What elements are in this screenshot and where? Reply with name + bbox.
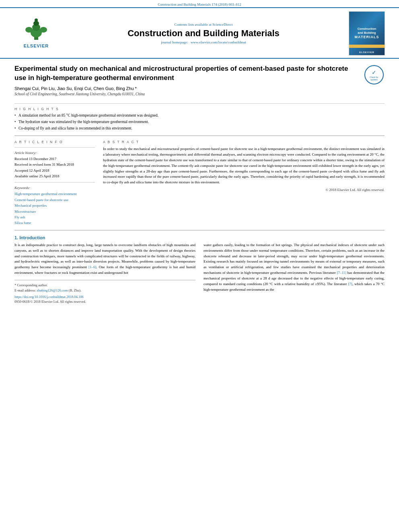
check-badge-circle: ✓ Check forupdates: [364, 65, 384, 84]
history-label: Article history:: [14, 151, 95, 155]
journal-homepage: journal homepage: www.elsevier.com/locat…: [60, 40, 347, 44]
journal-header: ELSEVIER Contents lists available at Sci…: [0, 7, 399, 59]
divider-1: [14, 103, 385, 104]
keyword-6: Silica fume: [14, 220, 95, 226]
article-info-label: A R T I C L E I N F O: [14, 140, 95, 144]
journal-cover-image: Construction and Building MATERIALS ELSE…: [347, 11, 387, 55]
svg-point-5: [40, 27, 47, 33]
introduction-body: It is an indispensable practice to const…: [14, 242, 385, 304]
accepted-date: Accepted 12 April 2018: [14, 168, 95, 173]
journal-top-bar: Construction and Building Materials 174 …: [0, 0, 399, 7]
badge-text: Check forupdates: [370, 76, 378, 81]
highlight-item-2: The hydration state was stimulated by th…: [14, 119, 385, 125]
keyword-1: High-temperature geothermal environment: [14, 191, 95, 197]
page: Construction and Building Materials 174 …: [0, 0, 399, 532]
elsevier-tree-icon: [20, 18, 52, 43]
article-dates: Received 13 December 2017 Received in re…: [14, 156, 95, 179]
article-info-abstract: A R T I C L E I N F O Article history: R…: [14, 140, 385, 226]
divider-info-1: [14, 147, 95, 148]
homepage-url[interactable]: www.elsevier.com/locate/conbuildmat: [191, 40, 246, 44]
keyword-2: Cement-based paste for shotcrete use: [14, 197, 95, 203]
abstract-label: A B S T R A C T: [103, 140, 385, 144]
contents-line: Contents lists available at ScienceDirec…: [60, 23, 347, 27]
ref-link-7-11[interactable]: [7–11]: [337, 271, 346, 275]
article-title-text: Experimental study on mechanical and mic…: [14, 64, 358, 99]
journal-title: Construction and Building Materials: [60, 28, 347, 39]
keyword-3: Mechanical properties: [14, 203, 95, 208]
journal-header-center: Contents lists available at ScienceDirec…: [60, 23, 347, 44]
journal-cover-box: Construction and Building MATERIALS ELSE…: [349, 11, 385, 55]
intro-col-right: water gathers easily, leading to the for…: [204, 242, 385, 304]
cover-bottom-text: ELSEVIER: [359, 51, 374, 53]
contents-available-text: Contents lists available at: [175, 23, 212, 27]
highlight-item-1: A simulation method for an 85 °C high-te…: [14, 113, 385, 118]
received-date: Received 13 December 2017: [14, 156, 95, 162]
highlights-section: H I G H L I G H T S A simulation method …: [14, 107, 385, 131]
corresponding-author-note: * Corresponding author.: [14, 283, 195, 288]
highlight-item-3: Co-doping of fly ash and silica fume is …: [14, 126, 385, 131]
corresponding-author-label: * Corresponding author.: [14, 283, 47, 287]
highlights-label: H I G H L I G H T S: [14, 107, 385, 111]
email-note: E-mail address: zhubing126@126.com (B. Z…: [14, 288, 195, 293]
sciencedirect-link[interactable]: ScienceDirect: [212, 23, 232, 27]
keywords-label: Keywords:: [14, 186, 95, 190]
divider-info-2: [14, 182, 95, 183]
available-date: Available online 25 April 2018: [14, 173, 95, 179]
doi-line[interactable]: https://doi.org/10.1016/j.conbuildmat.20…: [14, 295, 195, 299]
ref-link-7[interactable]: [7]: [348, 282, 352, 286]
article-authors: Shengai Cui, Pin Liu, Jiao Su, Enqi Cui,…: [14, 86, 358, 91]
article-affiliation: School of Civil Engineering, Southwest J…: [14, 92, 358, 96]
email-attribution: (B. Zhu).: [69, 288, 81, 292]
keyword-5: Fly ash: [14, 214, 95, 220]
article-info-section: A R T I C L E I N F O Article history: R…: [14, 140, 95, 226]
footnote-area: * Corresponding author. E-mail address: …: [14, 280, 195, 304]
intro-col-left: It is an indispensable practice to const…: [14, 242, 195, 304]
keyword-4: Microstructure: [14, 209, 95, 214]
svg-point-4: [25, 27, 33, 33]
elsevier-logo: ELSEVIER: [12, 18, 60, 48]
abstract-section: A B S T R A C T In order to study the me…: [103, 140, 385, 226]
intro-col2-para1: water gathers easily, leading to the for…: [204, 242, 385, 293]
elsevier-text: ELSEVIER: [24, 43, 49, 48]
keywords-list: High-temperature geothermal environment …: [14, 191, 95, 226]
revised-date: Received in revised form 31 March 2018: [14, 162, 95, 167]
divider-2: [14, 136, 385, 136]
cover-stripe: [349, 45, 385, 48]
email-label: E-mail address:: [14, 288, 36, 292]
article-title-section: Experimental study on mechanical and mic…: [14, 64, 385, 99]
homepage-label: journal homepage:: [161, 40, 188, 44]
email-link[interactable]: zhubing126@126.com: [37, 288, 68, 292]
cover-title: Construction and Building MATERIALS: [355, 27, 379, 39]
journal-citation: Construction and Building Materials 174 …: [158, 2, 241, 6]
ref-link-1-6[interactable]: [1–6]: [88, 265, 97, 269]
article-title: Experimental study on mechanical and mic…: [14, 64, 358, 83]
highlights-list: A simulation method for an 85 °C high-te…: [14, 113, 385, 131]
content-area: Experimental study on mechanical and mic…: [0, 59, 399, 308]
abstract-copyright: © 2018 Elsevier Ltd. All rights reserved…: [103, 188, 385, 192]
check-updates-badge: ✓ Check forupdates: [364, 64, 385, 85]
svg-point-6: [35, 18, 38, 22]
divider-3: [14, 230, 385, 230]
check-icon: ✓: [372, 69, 376, 76]
introduction-section: 1. Introduction It is an indispensable p…: [14, 235, 385, 304]
introduction-heading: 1. Introduction: [14, 235, 385, 240]
intro-col1-para1: It is an indispensable practice to const…: [14, 242, 195, 276]
copyright-line: 0950-0618/© 2018 Elsevier Ltd. All right…: [14, 300, 195, 304]
abstract-text: In order to study the mechanical and mic…: [103, 146, 385, 186]
